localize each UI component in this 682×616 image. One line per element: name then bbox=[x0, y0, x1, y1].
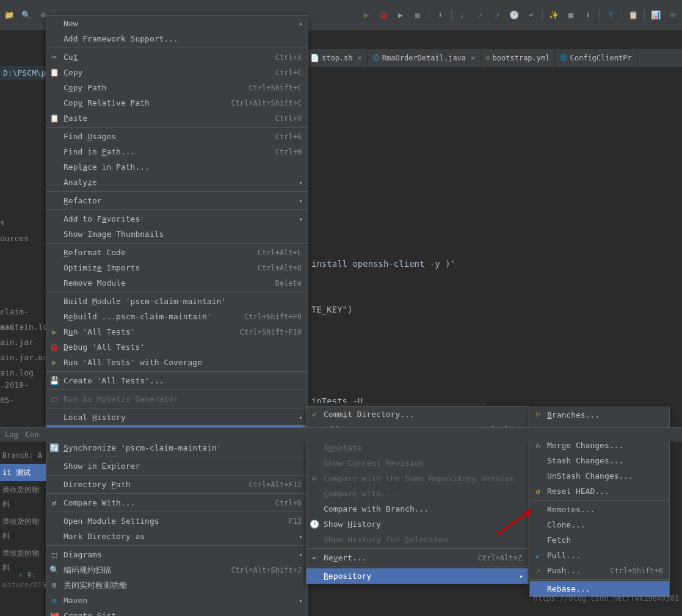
tab-stop-sh[interactable]: 📄 stop.sh × bbox=[305, 49, 368, 67]
ctx-item-0[interactable]: New▸ bbox=[46, 16, 308, 31]
search-icon[interactable]: 🔍 bbox=[20, 9, 32, 21]
ctx-item-29[interactable]: 💾Create 'All Tests'... bbox=[46, 373, 308, 388]
ctx-item-1[interactable]: Add Framework Support... bbox=[46, 31, 308, 46]
ctx-item-12[interactable]: Analyze▸ bbox=[46, 175, 308, 190]
tab-rma-order-detail[interactable]: Ⓒ RmaOrderDetail.java × bbox=[368, 49, 481, 67]
ctx-item-14[interactable]: Refactor▸ bbox=[46, 193, 308, 208]
shortcut: Ctrl+Shift+F10 bbox=[240, 328, 302, 336]
menu-separator bbox=[46, 127, 308, 128]
ctx-item-17[interactable]: Show Image Thumbnails bbox=[46, 226, 308, 242]
ctx-item-4[interactable]: 📋CopyCtrl+C bbox=[46, 65, 308, 80]
close-icon[interactable]: × bbox=[358, 54, 362, 62]
ctx-item-37[interactable]: Show in Explorer bbox=[46, 458, 308, 474]
ctx-item-43[interactable]: Open Module SettingsF12 bbox=[46, 513, 308, 529]
shortcut: F12 bbox=[288, 517, 302, 526]
tab-log[interactable]: Log bbox=[5, 430, 18, 439]
push-icon: ↗ bbox=[533, 566, 543, 576]
menu-label: Synchronize 'pscm-claim-maintain' bbox=[63, 443, 302, 452]
ctx-item-44[interactable]: Mark Directory as▸ bbox=[46, 529, 308, 544]
shortcut: Ctrl+Shift+K bbox=[610, 567, 663, 575]
status-9[interactable]: ⚡ 9: bbox=[18, 571, 36, 579]
monitor-icon[interactable]: 📊 bbox=[650, 9, 662, 21]
ctx-item-7[interactable]: 📋PasteCtrl+V bbox=[46, 111, 308, 126]
ctx-item-21[interactable]: Remove ModuleDelete bbox=[46, 275, 308, 291]
test-row[interactable]: it 测试 bbox=[0, 464, 46, 481]
undo-icon[interactable]: ↶ bbox=[525, 9, 537, 21]
ctx-item-46[interactable]: ⬚Diagrams▸ bbox=[46, 547, 308, 562]
ctx-item-6[interactable]: Copy Relative PathCtrl+Alt+Shift+C bbox=[46, 95, 308, 111]
ctx-item-24[interactable]: Rebuild ...pscm-claim-maintain'Ctrl+Shif… bbox=[46, 309, 308, 324]
profile-icon[interactable]: ⬇ bbox=[582, 9, 594, 21]
update-icon[interactable]: ↙ bbox=[457, 9, 469, 21]
log-row[interactable]: 类收货的物料 bbox=[0, 513, 46, 545]
repo-item-10[interactable]: ↙Pull... bbox=[530, 548, 669, 563]
git-item-13[interactable]: Repository▸ bbox=[307, 568, 528, 584]
watermark: https://blog.csdn.net/fwk19840301 bbox=[534, 594, 679, 603]
menu-label: Reset HEAD... bbox=[547, 487, 663, 496]
shortcut: Ctrl+Alt+L bbox=[258, 248, 302, 257]
tab-console[interactable]: Con bbox=[26, 430, 39, 439]
chevron-right-icon: ▸ bbox=[299, 414, 303, 421]
push-icon[interactable]: ↗ bbox=[491, 9, 503, 21]
log-row[interactable]: 类收货的物料 bbox=[0, 481, 46, 513]
stop-icon[interactable]: ■ bbox=[412, 9, 424, 21]
menu-label: Copy Relative Path bbox=[63, 98, 231, 107]
ctx-item-47[interactable]: 🔍编码规约扫描Ctrl+Alt+Shift+J bbox=[46, 562, 308, 578]
repo-item-11[interactable]: ↗Push...Ctrl+Shift+K bbox=[530, 563, 669, 578]
ctx-item-26[interactable]: 🐞Debug 'All Tests' bbox=[46, 339, 308, 355]
git-item-7[interactable]: Compare with Branch... bbox=[307, 501, 528, 516]
ctx-item-50[interactable]: 🐙Create Gist... bbox=[46, 608, 308, 616]
repo-item-7[interactable]: Remotes... bbox=[530, 502, 669, 517]
repo-item-0[interactable]: ⑂Branches... bbox=[530, 407, 669, 422]
wand-icon[interactable]: ✨ bbox=[548, 9, 560, 21]
separator bbox=[542, 9, 543, 21]
help-icon[interactable]: ? bbox=[604, 9, 617, 21]
scan-icon: 🔍 bbox=[49, 565, 59, 575]
structure-icon[interactable]: ▦ bbox=[565, 9, 577, 21]
tab-bootstrap-yml[interactable]: ⚙ bootstrap.yml bbox=[481, 49, 555, 67]
ctx-item-48[interactable]: ⊘关闭实时检测功能 bbox=[46, 578, 308, 593]
git-item-0[interactable]: ✔Commit Directory... bbox=[307, 407, 528, 422]
commit-icon[interactable]: ↗ bbox=[474, 9, 486, 21]
menu-label: 编码规约扫描 bbox=[63, 565, 231, 576]
ctx-item-35[interactable]: 🔄Synchronize 'pscm-claim-maintain' bbox=[46, 440, 308, 455]
ctx-item-23[interactable]: Build Module 'pscm-claim-maintain' bbox=[46, 294, 308, 309]
tool-icon[interactable]: 📋 bbox=[627, 9, 639, 21]
menu-label: Rebuild ...pscm-claim-maintain' bbox=[63, 312, 244, 321]
ctx-item-20[interactable]: Optimize ImportsCtrl+Alt+O bbox=[46, 260, 308, 275]
ctx-item-27[interactable]: ▶Run 'All Tests' with Coverage bbox=[46, 355, 308, 370]
ctx-item-11[interactable]: Replace in Path... bbox=[46, 159, 308, 175]
chevron-right-icon: ▸ bbox=[299, 551, 303, 558]
ctx-item-41[interactable]: ⇄Compare With...Ctrl+D bbox=[46, 495, 308, 510]
folder-icon[interactable]: 📁 bbox=[3, 9, 15, 21]
repo-item-5[interactable]: ↺Reset HEAD... bbox=[530, 484, 669, 499]
repo-item-9[interactable]: Fetch bbox=[530, 532, 669, 548]
vcs-icon[interactable]: ⬇ bbox=[434, 9, 446, 21]
tab-label: ConfigClientPr bbox=[570, 54, 631, 62]
ctx-item-5[interactable]: Copy PathCtrl+Shift+C bbox=[46, 80, 308, 95]
ctx-item-19[interactable]: Reformat CodeCtrl+Alt+L bbox=[46, 245, 308, 260]
debug-icon: 🐞 bbox=[49, 342, 59, 352]
ctx-item-9[interactable]: Find UsagesCtrl+G bbox=[46, 129, 308, 144]
history-icon[interactable]: 🕐 bbox=[508, 9, 520, 21]
repo-item-3[interactable]: Stash Changes... bbox=[530, 453, 669, 468]
ctx-item-25[interactable]: ▶Run 'All Tests'Ctrl+Shift+F10 bbox=[46, 324, 308, 339]
git-item-8[interactable]: 🕐Show History bbox=[307, 516, 528, 532]
menu-label: Stash Changes... bbox=[547, 456, 663, 465]
repo-item-8[interactable]: Clone... bbox=[530, 517, 669, 532]
forbid-icon[interactable]: ⊘ bbox=[667, 9, 679, 21]
close-icon[interactable]: × bbox=[471, 54, 475, 62]
ctx-item-49[interactable]: mMaven▸ bbox=[46, 593, 308, 608]
menu-label: Annotate bbox=[324, 443, 522, 452]
repo-item-4[interactable]: UnStash Changes... bbox=[530, 468, 669, 484]
ctx-item-3[interactable]: ✂CutCtrl+X bbox=[46, 49, 308, 65]
ctx-item-39[interactable]: Directory PathCtrl+Alt+F12 bbox=[46, 477, 308, 492]
ctx-item-33[interactable]: Local History▸ bbox=[46, 410, 308, 425]
run-icon[interactable]: ▶ bbox=[360, 9, 372, 21]
ctx-item-10[interactable]: Find in Path...Ctrl+H bbox=[46, 144, 308, 159]
debug-icon[interactable]: 🐞 bbox=[377, 9, 390, 21]
ctx-item-16[interactable]: Add to Favorites▸ bbox=[46, 211, 308, 226]
coverage-icon[interactable]: ▶ bbox=[394, 9, 407, 21]
tab-config-client[interactable]: Ⓒ ConfigClientPr bbox=[555, 49, 637, 67]
git-item-11[interactable]: ↶Revert...Ctrl+Alt+Z bbox=[307, 550, 528, 565]
